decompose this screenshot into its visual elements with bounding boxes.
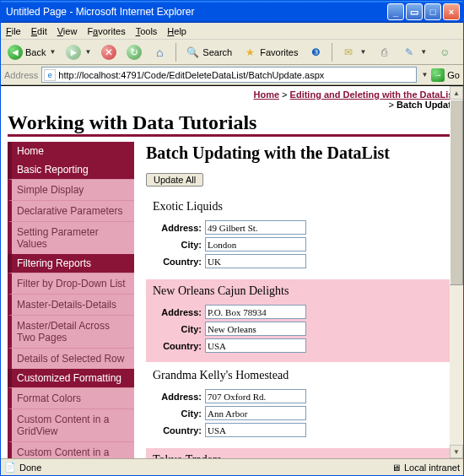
- menu-view[interactable]: View: [57, 26, 78, 36]
- supplier-block: New Orleans Cajun DelightsAddress:City:C…: [146, 279, 456, 362]
- sidebar-item[interactable]: Simple Display: [8, 179, 134, 200]
- menu-help[interactable]: Help: [167, 26, 186, 36]
- zone-text: Local intranet: [404, 462, 460, 473]
- viewport: Home > Editing and Deleting with the Dat…: [1, 85, 463, 458]
- window-buttons: _ ▭ □ ×: [387, 3, 460, 20]
- sidebar-header-filter[interactable]: Filtering Reports: [8, 254, 134, 273]
- separator: [175, 43, 176, 62]
- page-content: Home > Editing and Deleting with the Dat…: [1, 86, 463, 458]
- supplier-name: New Orleans Cajun Delights: [153, 284, 450, 298]
- separator: [332, 43, 332, 62]
- address-input[interactable]: [205, 220, 306, 235]
- supplier-block: Tokyo TradersAddress:City:Country:: [146, 448, 456, 458]
- address-dropdown[interactable]: ▼: [421, 71, 428, 78]
- window-title: Untitled Page - Microsoft Internet Explo…: [6, 6, 387, 18]
- sidebar-header-basic[interactable]: Basic Reporting: [8, 160, 134, 179]
- sidebar-item[interactable]: Custom Content in a GridView: [8, 408, 134, 441]
- mail-button[interactable]: ✉▼: [337, 43, 370, 62]
- close-button[interactable]: ×: [443, 3, 460, 20]
- breadcrumb-home[interactable]: Home: [253, 89, 279, 100]
- restore-button[interactable]: ▭: [406, 3, 423, 20]
- refresh-button[interactable]: ↻: [123, 43, 145, 62]
- home-button[interactable]: ⌂: [148, 43, 170, 62]
- statusbar: 📄 Done 🖥 Local intranet: [1, 458, 463, 475]
- breadcrumb-section[interactable]: Editing and Deleting with the DataList: [290, 89, 456, 100]
- stop-button[interactable]: ✕: [98, 43, 120, 62]
- zone-icon: 🖥: [391, 462, 401, 473]
- country-input[interactable]: [205, 338, 306, 353]
- search-button[interactable]: 🔍Search: [181, 43, 235, 62]
- history-button[interactable]: ❸: [305, 43, 326, 62]
- minimize-button[interactable]: _: [387, 3, 404, 20]
- city-input[interactable]: [205, 406, 306, 420]
- scroll-thumb[interactable]: [450, 100, 463, 285]
- page-heading: Batch Updating with the DataList: [146, 143, 456, 163]
- sidebar-item[interactable]: Master/Detail Across Two Pages: [8, 315, 134, 348]
- titlebar: Untitled Page - Microsoft Internet Explo…: [1, 1, 463, 23]
- breadcrumb-current: Batch Update: [397, 100, 456, 110]
- favorites-button[interactable]: ★Favorites: [239, 43, 301, 62]
- menu-tools[interactable]: Tools: [136, 26, 158, 36]
- sidebar-header-custom[interactable]: Customized Formatting: [8, 369, 134, 387]
- city-label: City:: [153, 408, 202, 419]
- scroll-up-arrow[interactable]: ▲: [450, 86, 463, 100]
- update-all-button[interactable]: Update All: [146, 173, 203, 187]
- city-input[interactable]: [205, 322, 306, 336]
- status-text: Done: [19, 462, 41, 473]
- sidebar-item[interactable]: Master-Details-Details: [8, 294, 134, 315]
- sidebar-item-home[interactable]: Home: [8, 142, 134, 160]
- forward-button[interactable]: ►▼: [62, 43, 94, 62]
- site-title: Working with Data Tutorials: [8, 111, 456, 137]
- city-label: City:: [153, 324, 202, 334]
- page-icon: 📄: [4, 462, 16, 473]
- menu-favorites[interactable]: Favorites: [87, 26, 125, 36]
- address-label: Address:: [153, 307, 202, 317]
- supplier-block: Exotic LiquidsAddress:City:Country:: [146, 195, 456, 278]
- address-label: Address:: [153, 392, 202, 402]
- edit-button[interactable]: ✎▼: [398, 43, 430, 62]
- sidebar-item[interactable]: Details of Selected Row: [8, 348, 134, 369]
- supplier-name: Grandma Kelly's Homestead: [153, 369, 450, 382]
- sidebar: Home Basic Reporting Simple Display Decl…: [8, 142, 134, 458]
- maximize-button[interactable]: □: [424, 3, 441, 20]
- ie-window: Untitled Page - Microsoft Internet Explo…: [0, 0, 464, 476]
- country-input[interactable]: [205, 254, 306, 268]
- country-label: Country:: [153, 257, 202, 267]
- address-input[interactable]: [205, 389, 306, 403]
- vertical-scrollbar[interactable]: ▲ ▼: [450, 86, 463, 458]
- sidebar-item[interactable]: Declarative Parameters: [8, 200, 134, 221]
- url-text: http://localhost:4791/Code/EditDeleteDat…: [58, 70, 324, 80]
- supplier-block: Grandma Kelly's HomesteadAddress:City:Co…: [146, 364, 456, 446]
- sidebar-item[interactable]: Setting Parameter Values: [8, 221, 134, 254]
- address-bar: Address e http://localhost:4791/Code/Edi…: [1, 65, 463, 85]
- print-button[interactable]: ⎙: [373, 43, 395, 62]
- scroll-track[interactable]: [450, 100, 463, 445]
- menu-edit[interactable]: Edit: [31, 26, 47, 36]
- country-input[interactable]: [205, 423, 306, 437]
- country-label: Country:: [153, 341, 202, 351]
- scroll-down-arrow[interactable]: ▼: [450, 445, 463, 458]
- toolbar: ◄Back▼ ►▼ ✕ ↻ ⌂ 🔍Search ★Favorites ❸ ✉▼ …: [1, 40, 463, 65]
- address-input[interactable]: e http://localhost:4791/Code/EditDeleteD…: [41, 67, 417, 83]
- messenger-button[interactable]: ☺: [434, 43, 456, 62]
- sidebar-item[interactable]: Format Colors: [8, 387, 134, 408]
- country-label: Country:: [153, 425, 202, 435]
- address-input[interactable]: [205, 305, 306, 319]
- city-input[interactable]: [205, 237, 306, 252]
- sidebar-item[interactable]: Custom Content in a DetailsView: [8, 441, 134, 458]
- back-button[interactable]: ◄Back▼: [4, 43, 59, 62]
- sidebar-item[interactable]: Filter by Drop-Down List: [8, 273, 134, 294]
- breadcrumb: Home > Editing and Deleting with the Dat…: [8, 89, 456, 110]
- city-label: City:: [153, 240, 202, 250]
- address-label: Address: [4, 70, 38, 80]
- go-button[interactable]: →Go: [431, 68, 460, 82]
- menubar: File Edit View Favorites Tools Help: [1, 23, 463, 40]
- address-label: Address:: [153, 223, 202, 233]
- main-content: Batch Updating with the DataList Update …: [146, 142, 456, 458]
- page-icon: e: [44, 69, 56, 81]
- menu-file[interactable]: File: [6, 26, 21, 36]
- supplier-name: Exotic Liquids: [153, 200, 450, 214]
